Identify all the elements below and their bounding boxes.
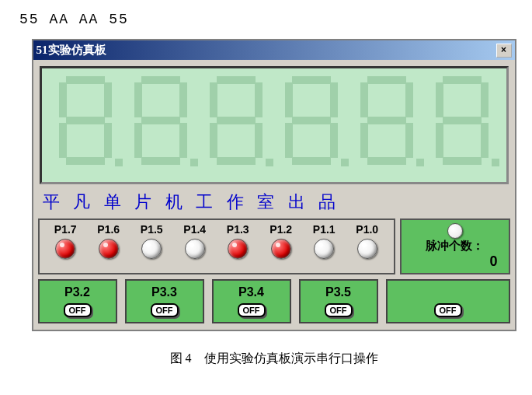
digit-2 <box>130 75 192 168</box>
simulator-window: 51实验仿真板 × 平 凡 单 片 机 工 作 室 出 品 P1.7P1.6P1… <box>32 39 516 331</box>
led-P1.1[interactable] <box>314 239 334 259</box>
digit-6 <box>431 75 493 168</box>
pulse-panel: 脉冲个数： 0 <box>400 218 510 274</box>
switch-block-P3.3: P3.3OFF <box>125 279 204 323</box>
pulse-led-icon <box>447 223 463 239</box>
switch-toggle-P3.2[interactable]: OFF <box>64 303 92 317</box>
switch-toggle-P3.4[interactable]: OFF <box>238 303 266 317</box>
led-P1.6[interactable] <box>99 239 119 259</box>
led-label-P1.0: P1.0 <box>356 223 378 236</box>
led-P1.0[interactable] <box>357 239 377 259</box>
led-P1.2[interactable] <box>271 239 291 259</box>
led-label-P1.7: P1.7 <box>54 223 77 236</box>
switch-block-P3.5: P3.5OFF <box>299 279 378 323</box>
pulse-label: 脉冲个数： <box>426 239 484 253</box>
switch-block-P3.4: P3.4OFF <box>212 279 291 323</box>
digit-5 <box>356 75 418 168</box>
led-P1.4[interactable] <box>185 239 205 259</box>
close-icon[interactable]: × <box>496 44 512 58</box>
switch-label: P3.4 <box>217 285 287 299</box>
led-panel: P1.7P1.6P1.5P1.4P1.3P1.2P1.1P1.0 <box>38 218 395 274</box>
switch-block-P3.2: P3.2OFF <box>38 279 117 323</box>
digit-1 <box>54 75 116 168</box>
studio-subtitle: 平 凡 单 片 机 工 作 室 出 品 <box>43 191 506 214</box>
switch-label: P3.2 <box>43 285 113 299</box>
pulse-switch[interactable]: OFF <box>434 303 462 317</box>
led-P1.5[interactable] <box>141 239 162 259</box>
led-label-P1.1: P1.1 <box>313 223 336 236</box>
led-label-P1.6: P1.6 <box>97 223 120 236</box>
window-title: 51实验仿真板 <box>37 43 106 58</box>
led-label-P1.5: P1.5 <box>141 223 163 236</box>
switch-label: P3.3 <box>130 285 200 299</box>
pulse-switch-panel: OFF <box>386 279 510 323</box>
led-P1.3[interactable] <box>228 239 248 259</box>
digit-3 <box>205 75 267 168</box>
pulse-count: 0 <box>489 253 497 270</box>
switch-toggle-P3.3[interactable]: OFF <box>151 303 179 317</box>
switch-toggle-P3.5[interactable]: OFF <box>325 303 353 317</box>
figure-caption: 图 4 使用实验仿真板演示串行口操作 <box>8 351 532 367</box>
led-label-P1.4: P1.4 <box>183 223 206 236</box>
hex-output: 55 AA AA 55 <box>19 12 532 27</box>
seven-segment-display <box>40 66 509 184</box>
titlebar: 51实验仿真板 × <box>33 40 515 60</box>
led-label-P1.2: P1.2 <box>269 223 292 236</box>
digit-4 <box>280 75 342 168</box>
led-P1.7[interactable] <box>55 239 75 259</box>
led-label-P1.3: P1.3 <box>227 223 249 236</box>
switch-label: P3.5 <box>304 285 374 299</box>
